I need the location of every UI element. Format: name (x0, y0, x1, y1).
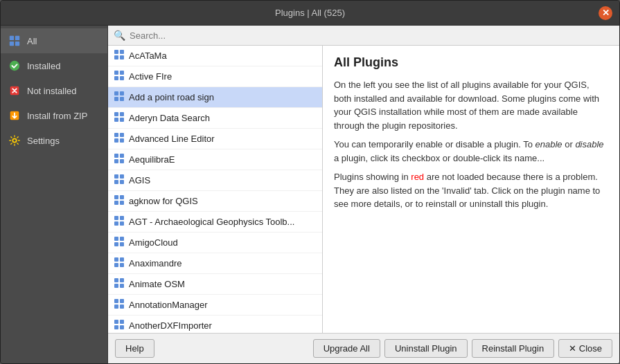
search-bar: 🔍 (108, 26, 619, 46)
svg-rect-52 (114, 278, 118, 282)
plugin-list-item[interactable]: AequilibraE (108, 149, 322, 170)
sidebar-item-install-from-zip[interactable]: Install from ZIP (1, 103, 107, 128)
close-button[interactable]: ✕ (599, 6, 612, 20)
svg-rect-22 (114, 118, 118, 122)
plugin-item-name: Add a point road sign (129, 92, 214, 102)
plugin-list-item[interactable]: Advanced Line Editor (108, 129, 322, 149)
svg-rect-31 (120, 159, 124, 163)
detail-para3-prefix: Plugins showing in (334, 172, 411, 182)
svg-rect-55 (120, 284, 124, 288)
all-icon (8, 34, 21, 48)
svg-rect-1 (15, 36, 19, 40)
plugin-list-item[interactable]: Add a point road sign (108, 87, 322, 108)
plugin-item-name: Active FIre (129, 71, 172, 82)
plugin-list-item[interactable]: Anaximandre (108, 253, 322, 274)
sidebar-item-all[interactable]: All (1, 28, 107, 53)
plugin-item-name: AGT - Archaeological Geophysics Toolb... (129, 217, 294, 227)
sidebar-item-not-installed[interactable]: Not installed (1, 78, 107, 103)
svg-rect-18 (114, 97, 118, 101)
title-bar: Plugins | All (525) ✕ (1, 1, 619, 26)
plugin-list[interactable]: AcATaMa Active FIre Add a point road sig… (108, 46, 322, 333)
svg-rect-60 (114, 320, 118, 324)
close-x-icon: ✕ (569, 343, 576, 354)
search-input[interactable] (130, 30, 614, 41)
svg-rect-24 (114, 133, 118, 137)
svg-rect-3 (15, 42, 19, 46)
plugin-item-icon (114, 194, 125, 208)
svg-point-7 (12, 138, 16, 142)
svg-rect-45 (120, 237, 124, 241)
svg-rect-13 (120, 71, 124, 75)
svg-rect-59 (120, 304, 124, 309)
bottom-right-buttons: Upgrade All Uninstall Plugin Reinstall P… (313, 339, 612, 358)
sidebar: All Installed Not inst (1, 26, 108, 363)
sidebar-item-settings-label: Settings (27, 136, 60, 146)
svg-rect-0 (10, 36, 14, 40)
svg-rect-44 (114, 237, 118, 241)
plugin-list-item[interactable]: agknow for QGIS (108, 191, 322, 212)
reinstall-plugin-button[interactable]: Reinstall Plugin (472, 339, 555, 358)
svg-rect-26 (114, 138, 118, 143)
plugin-list-item[interactable]: Active FIre (108, 66, 322, 87)
plugin-list-item[interactable]: Aderyn Data Search (108, 108, 322, 129)
plugin-list-item[interactable]: AGT - Archaeological Geophysics Toolb... (108, 212, 322, 233)
svg-rect-23 (120, 118, 124, 122)
detail-para2: You can temporarily enable or disable a … (334, 138, 608, 165)
sidebar-item-installed[interactable]: Installed (1, 53, 107, 78)
plugin-item-icon (114, 319, 125, 332)
detail-para2-prefix: You can temporarily enable or disable a … (334, 139, 535, 149)
sidebar-item-all-label: All (27, 36, 37, 46)
plugin-item-name: AequilibraE (129, 154, 175, 165)
svg-rect-19 (120, 97, 124, 101)
detail-para2-suffix: a plugin, click its checkbox or double-c… (334, 153, 544, 163)
svg-rect-25 (120, 133, 124, 137)
svg-rect-51 (120, 263, 124, 267)
plugin-list-item[interactable]: Animate OSM (108, 274, 322, 295)
svg-rect-38 (114, 201, 118, 205)
help-button[interactable]: Help (115, 339, 154, 358)
detail-para2-mid: or (563, 139, 576, 149)
close-dialog-button[interactable]: ✕ Close (558, 339, 612, 358)
svg-rect-35 (120, 180, 124, 184)
svg-rect-9 (120, 50, 124, 54)
svg-rect-54 (114, 284, 118, 288)
svg-rect-58 (114, 304, 118, 309)
svg-rect-36 (114, 195, 118, 199)
close-label: Close (579, 343, 602, 354)
svg-rect-2 (10, 42, 14, 46)
svg-rect-41 (120, 216, 124, 220)
svg-rect-40 (114, 216, 118, 220)
plugin-item-name: AnnotationManager (129, 300, 207, 310)
uninstall-plugin-button[interactable]: Uninstall Plugin (384, 339, 468, 358)
svg-rect-14 (114, 76, 118, 80)
plugin-item-name: AGIS (129, 175, 150, 185)
plugin-list-item[interactable]: AmigoCloud (108, 233, 322, 253)
svg-rect-16 (114, 91, 118, 95)
plugin-item-icon (114, 132, 125, 145)
svg-rect-30 (114, 159, 118, 163)
install-from-zip-icon (8, 109, 21, 122)
detail-panel: All Plugins On the left you see the list… (323, 46, 619, 333)
svg-rect-61 (120, 320, 124, 324)
plugin-item-icon (114, 298, 125, 311)
plugin-item-icon (114, 277, 125, 291)
search-icon: 🔍 (114, 30, 125, 41)
plugin-item-icon (114, 174, 125, 187)
svg-rect-8 (114, 50, 118, 54)
svg-rect-21 (120, 112, 124, 116)
plugin-list-item[interactable]: AGIS (108, 170, 322, 191)
upgrade-all-button[interactable]: Upgrade All (313, 339, 380, 358)
plugin-list-item[interactable]: AcATaMa (108, 46, 322, 66)
settings-icon (8, 134, 21, 147)
svg-rect-20 (114, 112, 118, 116)
plugin-list-item[interactable]: AnotherDXFImporter (108, 316, 322, 333)
detail-para2-em2: disable (575, 139, 603, 149)
plugin-item-name: Anaximandre (129, 258, 182, 269)
plugin-list-item[interactable]: AnnotationManager (108, 295, 322, 316)
sidebar-item-settings[interactable]: Settings (1, 128, 107, 153)
svg-rect-11 (120, 55, 124, 60)
svg-rect-63 (120, 325, 124, 329)
svg-rect-12 (114, 71, 118, 75)
svg-rect-27 (120, 138, 124, 143)
svg-rect-42 (114, 221, 118, 226)
